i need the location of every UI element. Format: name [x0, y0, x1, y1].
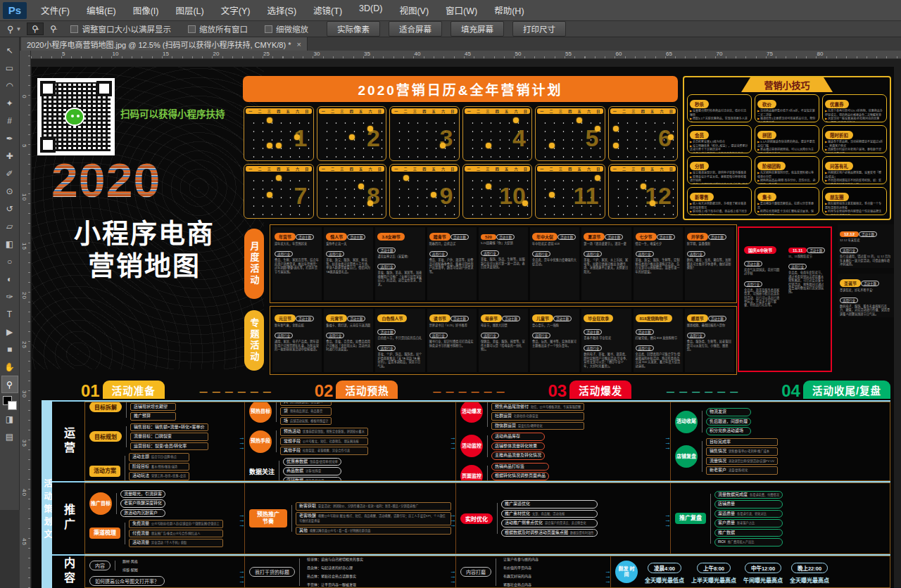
- options-button[interactable]: 填充屏幕: [450, 21, 504, 37]
- eyedropper-tool[interactable]: ✒: [1, 129, 18, 147]
- gradient-tool[interactable]: ◧: [1, 235, 18, 253]
- theme-text: 世界读书日「4.23」好书推荐: [429, 324, 474, 327]
- flow-item: 客户质量新老客户占比: [714, 519, 783, 528]
- festival-card-title: 11.11: [788, 248, 807, 253]
- menu-item[interactable]: 文件(F): [32, 1, 78, 20]
- flow-column: 内容题材·风格排版·配图如何提高公众号图文打开率？→→→: [85, 556, 245, 587]
- menu-item[interactable]: 选择(S): [258, 1, 305, 20]
- flow-item: 热销商品打标签: [491, 463, 549, 471]
- hand-tool[interactable]: ✋: [1, 358, 18, 376]
- highlight-date-dot: [595, 175, 600, 181]
- checkbox-icon[interactable]: [265, 25, 272, 33]
- calendar-month: 一二三四五六日1: [244, 106, 314, 161]
- industry-pill: 适用行业: [481, 250, 499, 256]
- menu-item[interactable]: 图像(I): [125, 1, 168, 20]
- pen-tool[interactable]: ✑: [1, 288, 18, 305]
- highlight-date-dot: [549, 192, 555, 198]
- flow-item: 题材·风格: [119, 558, 141, 565]
- brush-tool[interactable]: ✐: [1, 165, 18, 182]
- flow-item: 预售商品尾款催付短信、公众号模板消息、专属客服提醒: [491, 403, 584, 411]
- menu-item[interactable]: 视图(V): [391, 1, 437, 20]
- flow-item: 场店铺活动氛围、模板特殊设计: [280, 417, 332, 426]
- ruler-mark: 20: [213, 51, 220, 57]
- zoom-out-button[interactable]: ⚲−: [45, 23, 62, 35]
- theme-text: 情定一生，唯爱七夕: [636, 242, 681, 245]
- highlight-date-dot: [367, 200, 373, 206]
- ruler-vertical: 051015202530354045: [20, 51, 31, 588]
- calendar-weekday-row: 一二三四五六日: [610, 108, 676, 114]
- festival-card: 母亲节活动主题母亲节，感恩大回馈适用行业保健品、美妆、服饰、按摩等，宣传主题可以…: [479, 309, 528, 372]
- option-checkbox[interactable]: 细微缩放: [265, 23, 308, 34]
- phase-number: 04: [781, 383, 800, 399]
- festival-card-title: 元宵节: [326, 314, 347, 322]
- calendar-month-number: 8: [367, 173, 380, 218]
- path-select-tool[interactable]: ▶: [1, 323, 18, 340]
- industry-pill: 适用行业: [326, 333, 344, 338]
- shape-tool[interactable]: ■: [1, 340, 18, 358]
- quick-mask-button[interactable]: ◨: [1, 410, 18, 428]
- flow-item-note: 执行团队到位、责任到人: [290, 402, 322, 404]
- healing-brush-tool[interactable]: ✚: [1, 147, 18, 165]
- history-brush-tool[interactable]: ↺: [1, 200, 18, 217]
- move-tool[interactable]: ↖: [1, 41, 18, 59]
- document-tab[interactable]: 2020小程序电商营销地图.jpg @ 12.5% (扫码可以获得小程序扶持, …: [21, 37, 308, 51]
- theme-text: 白色情人节，不只是回应的告白礼: [377, 336, 422, 340]
- menu-item[interactable]: 文字(Y): [213, 1, 259, 20]
- tip-card: 秒杀▶设置整点限时秒杀商品引流全店，低价引流爆款▶搭配3-5个关联优惠商品，实现…: [687, 94, 752, 122]
- calendar-month: 一二三四五六日3: [389, 106, 460, 161]
- menu-item[interactable]: 图层(L): [167, 1, 212, 20]
- checkbox-label: 调整窗口大小以满屏显示: [82, 23, 171, 34]
- menu-item[interactable]: 帮助(H): [486, 1, 532, 20]
- menu-item[interactable]: 3D(D): [351, 1, 391, 20]
- phase-dashes: — — — — — —: [165, 388, 308, 399]
- dodge-tool[interactable]: ◐: [1, 270, 18, 288]
- flow-node: 预热目标: [249, 402, 272, 423]
- type-tool[interactable]: T: [1, 305, 18, 323]
- theme-pill: 活动主题: [496, 234, 515, 240]
- checkbox-label: 缩放所有窗口: [199, 23, 248, 34]
- flow-item-note: 销售额/客单价/毛利率/推广成本: [729, 449, 769, 453]
- festival-card: 年中大促活动主题年中狂欢买 提前 618适用行业全品类、是年中优惠力度最强的大促…: [530, 227, 579, 300]
- flow-item: 店铺数据浏览量/粉丝量: [283, 477, 341, 480]
- industry-pill: 适用行业: [377, 264, 396, 269]
- ruler-mark: 40: [21, 489, 27, 497]
- theme-pill: 活动主题: [708, 234, 726, 240]
- option-checkbox[interactable]: 调整窗口大小以满屏显示: [70, 23, 171, 34]
- flow-arrows: →→→: [664, 435, 671, 450]
- eraser-tool[interactable]: ▱: [1, 217, 18, 235]
- blur-tool[interactable]: ○: [1, 253, 18, 270]
- industry-text: 数码电子、服饰、暖冬礼盒搭配巧克力、糖果，对应活动进行传播、营造圣诞暖人团聚氛围…: [840, 305, 892, 316]
- clone-stamp-tool[interactable]: ⊙: [1, 182, 18, 200]
- options-button[interactable]: 适合屏幕: [389, 21, 442, 37]
- canvas-area[interactable]: 扫码可以获得小程序扶持 2020 小程序电商 营销地图 2020营销日历&全年营…: [31, 59, 901, 588]
- close-icon[interactable]: ×: [296, 40, 301, 49]
- zoom-tool-preset[interactable]: ⚲▼: [7, 24, 21, 34]
- ruler-mark: 45: [465, 51, 471, 57]
- options-button[interactable]: 实际像素: [327, 21, 380, 37]
- menu-item[interactable]: 编辑(E): [78, 1, 125, 20]
- theme-text: 集福卡、猜灯谜，元宵佳节送汤圆: [326, 324, 371, 327]
- photoshop-logo[interactable]: Ps: [3, 2, 27, 19]
- zoom-tool[interactable]: ⚲: [1, 376, 18, 393]
- quick-select-tool[interactable]: ✦: [1, 94, 18, 112]
- industry-text: 美妆、个护、家居、水上乐园、家电等，如夏日清爽可推出 防晒专场、冰感清爽不止夏天…: [584, 258, 629, 274]
- highlight-date-dot: [440, 143, 446, 148]
- flow-item: 积分兑换活动返场: [706, 427, 751, 435]
- background-color[interactable]: [8, 401, 17, 410]
- crop-tool[interactable]: #: [1, 112, 18, 129]
- option-checkbox[interactable]: 缩放所有窗口: [188, 23, 248, 34]
- options-button[interactable]: 打印尺寸: [512, 21, 566, 37]
- screen-mode-button[interactable]: ▤: [1, 428, 18, 445]
- color-swatches[interactable]: [3, 396, 17, 410]
- checkbox-icon[interactable]: [188, 25, 196, 33]
- checkbox-icon[interactable]: [70, 25, 78, 33]
- zoom-in-button[interactable]: ⚲+: [27, 23, 44, 35]
- flow-node: 活动爆发: [460, 402, 483, 423]
- menu-item[interactable]: 窗口(W): [437, 1, 486, 20]
- phase-number: 03: [548, 383, 567, 399]
- flow-item-note: 唤醒沉睡页面公众号 / 看一看 / 好物圈社群页面: [310, 529, 371, 532]
- menu-item[interactable]: 滤镜(T): [305, 1, 351, 20]
- marquee-tool[interactable]: ▭: [1, 59, 18, 77]
- calendar-month: 一二三四五六日5: [535, 106, 605, 161]
- lasso-tool[interactable]: ◠: [1, 77, 18, 94]
